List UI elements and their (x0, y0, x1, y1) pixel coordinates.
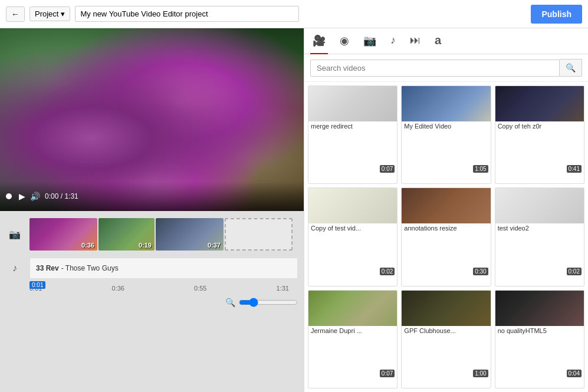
back-button[interactable]: ← (6, 6, 25, 22)
music-tab-icon: ♪ (390, 34, 396, 46)
thumb-duration-8: 0:04 (567, 370, 582, 377)
tab-video[interactable]: 🎥 (310, 28, 328, 54)
audio-artist: 33 Rev (36, 264, 59, 272)
thumb-title-6: Jermaine Dupri ... (308, 326, 397, 335)
thumb-title-4: annotations resize (402, 223, 490, 233)
camera-tab-icon: 📷 (363, 35, 376, 47)
video-track-icon: 📷 (0, 229, 29, 240)
tab-cc[interactable]: ◉ (337, 28, 352, 54)
thumb-duration-0: 0:07 (380, 165, 395, 173)
video-thumb-5[interactable]: 0:02 test video2 (495, 187, 584, 286)
playhead-handle[interactable]: 0:01 (29, 281, 45, 289)
back-icon: ← (11, 9, 19, 19)
camera-track-icon: 📷 (9, 229, 21, 240)
zoom-slider[interactable] (239, 298, 298, 307)
project-dropdown[interactable]: Project ▾ (29, 6, 70, 21)
thumb-title-0: merge redirect (308, 121, 397, 131)
tab-music[interactable]: ♪ (388, 28, 398, 54)
audio-track-icon: ♪ (0, 263, 29, 274)
zoom-controls: 🔍 (0, 295, 304, 309)
thumb-title-3: Copy of test vid... (308, 223, 397, 233)
thumb-title-5: test video2 (495, 223, 584, 233)
video-track: 📷 0:36 0:19 0:37 (0, 216, 304, 253)
clip-2-duration: 0:19 (139, 242, 152, 249)
thumb-duration-6: 0:07 (380, 370, 395, 377)
search-input[interactable] (310, 60, 560, 77)
timeline-area: 📷 0:36 0:19 0:37 ♪ (0, 211, 304, 392)
search-icon: 🔍 (566, 63, 576, 73)
search-bar: 🔍 (304, 54, 588, 82)
playhead-marker: 0:01 (29, 281, 45, 295)
video-clips: 0:36 0:19 0:37 (29, 218, 293, 251)
ruler-marks: 0:01 0:36 0:55 1:31 (29, 284, 289, 293)
playhead-circle (6, 193, 12, 199)
video-thumb-7[interactable]: 1:00 GPF Clubhouse... (401, 290, 491, 388)
thumb-duration-7: 1:00 (473, 370, 488, 377)
time-mark-1: 0:36 (112, 285, 124, 292)
time-ruler: 0:01 0:01 0:36 0:55 1:31 (0, 281, 304, 295)
video-controls-bar: ▶ 🔊 0:00 / 1:31 (0, 182, 304, 211)
time-mark-2: 0:55 (194, 285, 206, 292)
project-label: Project (35, 9, 58, 18)
video-grid-wrap: 0:07 merge redirect 1:05 My Edited Video… (304, 82, 588, 392)
thumb-duration-3: 0:02 (380, 268, 395, 275)
tab-text[interactable]: a (432, 28, 444, 54)
mute-button[interactable]: 🔊 (30, 192, 40, 201)
time-mark-3: 1:31 (277, 285, 289, 292)
thumb-title-2: Copy of teh z0r (495, 121, 584, 131)
thumb-image-0 (308, 86, 397, 121)
thumb-title-1: My Edited Video (402, 121, 490, 131)
play-button[interactable]: ▶ (19, 192, 25, 201)
clip-3-duration: 0:37 (208, 242, 221, 249)
thumb-title-8: no qualityHTML5 (495, 326, 584, 335)
search-button[interactable]: 🔍 (560, 59, 582, 77)
video-grid: 0:07 merge redirect 1:05 My Edited Video… (304, 82, 588, 392)
thumb-image-4 (402, 188, 490, 223)
thumb-image-7 (402, 291, 490, 326)
video-clip-2[interactable]: 0:19 (98, 218, 155, 251)
cc-tab-icon: ◉ (340, 35, 349, 47)
video-thumb-8[interactable]: 0:04 no qualityHTML5 (495, 290, 584, 388)
video-thumb-0[interactable]: 0:07 merge redirect (308, 85, 398, 184)
video-thumb-6[interactable]: 0:07 Jermaine Dupri ... (308, 290, 398, 388)
skip-tab-icon: ⏭ (410, 34, 421, 46)
thumb-duration-5: 0:02 (567, 268, 582, 275)
project-title-input[interactable] (75, 6, 299, 22)
video-clip-3[interactable]: 0:37 (156, 218, 224, 251)
thumb-duration-1: 1:05 (473, 165, 488, 173)
tabs-bar: 🎥 ◉ 📷 ♪ ⏭ a (304, 28, 588, 54)
audio-title: - Those Two Guys (61, 264, 119, 272)
thumb-image-2 (495, 86, 584, 121)
tab-skip[interactable]: ⏭ (408, 28, 423, 54)
thumb-duration-4: 0:30 (473, 268, 488, 275)
music-note-icon: ♪ (12, 263, 17, 274)
clip-drop-zone (225, 218, 293, 251)
thumb-image-5 (495, 188, 584, 223)
video-clip-1[interactable]: 0:36 (29, 218, 97, 251)
thumb-image-3 (308, 188, 397, 223)
header: ← Project ▾ Publish (0, 0, 588, 28)
zoom-icon[interactable]: 🔍 (225, 298, 235, 307)
video-thumb-4[interactable]: 0:30 annotations resize (401, 187, 491, 286)
thumb-duration-2: 0:41 (567, 165, 582, 173)
video-tab-icon: 🎥 (313, 35, 326, 47)
right-panel: 🎥 ◉ 📷 ♪ ⏭ a 🔍 (304, 28, 588, 392)
video-thumb-1[interactable]: 1:05 My Edited Video (401, 85, 491, 184)
audio-bar: 33 Rev - Those Two Guys (29, 258, 298, 279)
project-dropdown-icon: ▾ (61, 9, 65, 18)
text-tab-icon: a (435, 34, 441, 47)
thumb-image-8 (495, 291, 584, 326)
thumb-title-7: GPF Clubhouse... (402, 326, 490, 335)
main-area: ▶ 🔊 0:00 / 1:31 📷 0:36 0:19 (0, 28, 588, 392)
thumb-image-6 (308, 291, 397, 326)
tab-camera[interactable]: 📷 (361, 28, 379, 54)
thumb-image-1 (402, 86, 490, 121)
clip-1-duration: 0:36 (81, 242, 94, 249)
editor-area: ▶ 🔊 0:00 / 1:31 📷 0:36 0:19 (0, 28, 304, 392)
video-thumb-3[interactable]: 0:02 Copy of test vid... (308, 187, 398, 286)
audio-track: ♪ 33 Rev - Those Two Guys (0, 255, 304, 281)
video-preview: ▶ 🔊 0:00 / 1:31 (0, 28, 304, 211)
video-thumb-2[interactable]: 0:41 Copy of teh z0r (495, 85, 584, 184)
time-display: 0:00 / 1:31 (45, 192, 78, 200)
publish-button[interactable]: Publish (531, 5, 582, 24)
